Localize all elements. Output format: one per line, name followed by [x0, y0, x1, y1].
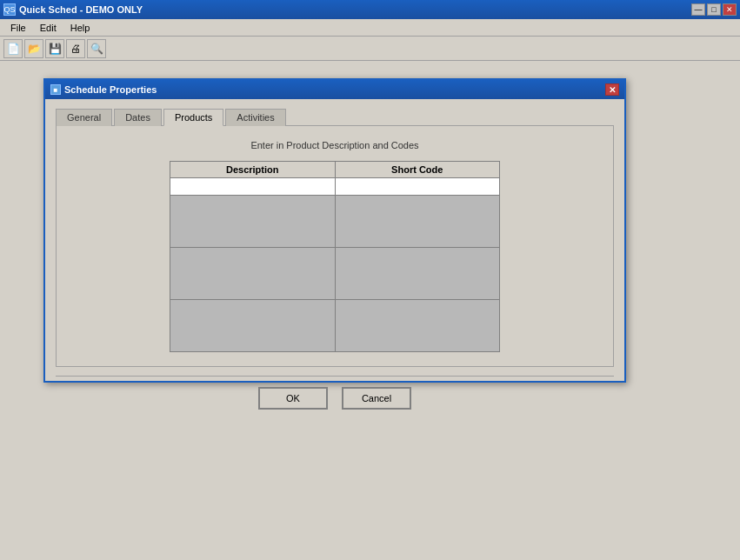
menu-file[interactable]: File	[3, 21, 33, 35]
empty-row-3	[170, 300, 500, 352]
close-button[interactable]: ✕	[723, 3, 737, 16]
products-tab-panel: Enter in Product Description and Codes D…	[56, 125, 614, 367]
print-button[interactable]: 🖨	[66, 39, 85, 58]
menu-help[interactable]: Help	[63, 21, 97, 35]
dialog-title-bar: ■ Schedule Properties ✕	[45, 80, 624, 99]
short-code-cell[interactable]	[335, 178, 500, 196]
menu-bar: File Edit Help	[0, 19, 740, 37]
ok-button[interactable]: OK	[258, 387, 328, 410]
window-controls: — □ ✕	[691, 3, 737, 16]
tab-bar: General Dates Products Activities	[56, 108, 614, 125]
description-input[interactable]	[170, 178, 335, 195]
minimize-button[interactable]: —	[691, 3, 705, 16]
description-cell[interactable]	[170, 178, 336, 196]
empty-row-1	[170, 196, 500, 248]
products-table: Description Short Code	[170, 161, 500, 352]
dialog-title: Schedule Properties	[64, 84, 157, 95]
tab-general[interactable]: General	[56, 109, 112, 126]
main-area: ■ Schedule Properties ✕ General Dates Pr…	[0, 61, 740, 560]
schedule-properties-dialog: ■ Schedule Properties ✕ General Dates Pr…	[43, 78, 626, 383]
col-short-code-header: Short Code	[335, 162, 500, 178]
save-button[interactable]: 💾	[45, 39, 64, 58]
app-icon: QS	[3, 3, 16, 16]
tab-activities[interactable]: Activities	[225, 109, 285, 126]
dialog-buttons: OK Cancel	[56, 387, 614, 410]
cancel-button[interactable]: Cancel	[342, 387, 411, 410]
tab-dates[interactable]: Dates	[114, 109, 162, 126]
short-code-input[interactable]	[336, 178, 500, 195]
open-button[interactable]: 📂	[24, 39, 43, 58]
dialog-content: General Dates Products Activities Enter …	[45, 99, 624, 418]
preview-button[interactable]: 🔍	[87, 39, 106, 58]
dialog-icon: ■	[50, 84, 61, 95]
maximize-button[interactable]: □	[707, 3, 721, 16]
title-bar: QS Quick Sched - DEMO ONLY — □ ✕	[0, 0, 740, 19]
dialog-close-button[interactable]: ✕	[605, 83, 619, 96]
tab-products[interactable]: Products	[163, 109, 223, 126]
toolbar: 📄 📂 💾 🖨 🔍	[0, 37, 740, 61]
empty-row-2	[170, 248, 500, 300]
product-table-container: Description Short Code	[170, 161, 500, 352]
menu-edit[interactable]: Edit	[33, 21, 63, 35]
col-description-header: Description	[170, 162, 336, 178]
app-title: Quick Sched - DEMO ONLY	[19, 4, 143, 15]
dialog-divider	[56, 376, 614, 377]
table-row	[170, 178, 500, 196]
new-button[interactable]: 📄	[3, 39, 23, 58]
products-description: Enter in Product Description and Codes	[74, 140, 596, 150]
